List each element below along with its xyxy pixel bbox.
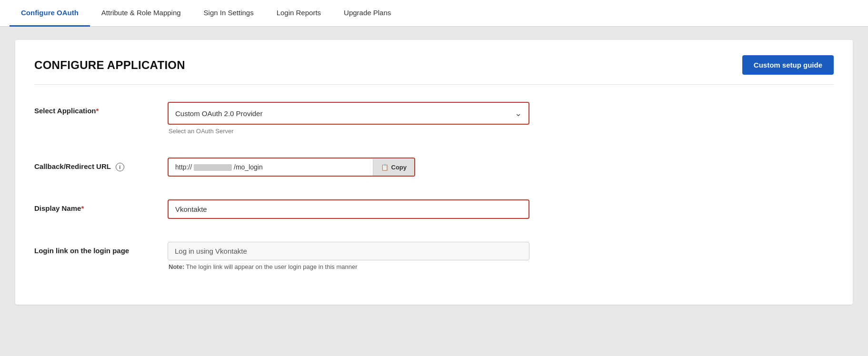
callback-url-input: http:///mo_login 📋 Copy	[168, 158, 415, 177]
tab-attribute-role-mapping[interactable]: Attribute & Role Mapping	[90, 0, 192, 27]
login-link-note: Note: The login link will appear on the …	[168, 263, 529, 270]
main-content: CONFIGURE APPLICATION Custom setup guide…	[0, 27, 868, 356]
select-application-row: Select Application* Custom OAuth 2.0 Pro…	[34, 98, 834, 138]
tab-sign-in-settings[interactable]: Sign In Settings	[192, 0, 265, 27]
tab-bar: Configure OAuth Attribute & Role Mapping…	[0, 0, 868, 27]
card-title: CONFIGURE APPLICATION	[34, 59, 185, 72]
tab-configure-oauth[interactable]: Configure OAuth	[10, 0, 90, 27]
display-name-label: Display Name*	[34, 199, 168, 212]
callback-url-row: Callback/Redirect URL i http:///mo_login…	[34, 154, 834, 180]
login-link-control: Note: The login link will appear on the …	[168, 242, 529, 270]
tab-login-reports[interactable]: Login Reports	[265, 0, 332, 27]
display-name-input[interactable]	[169, 200, 529, 218]
copy-icon: 📋	[381, 164, 389, 171]
display-name-control	[168, 199, 529, 219]
custom-setup-guide-button[interactable]: Custom setup guide	[742, 55, 834, 75]
login-link-input[interactable]	[168, 242, 529, 260]
login-link-row: Login link on the login page Note: The l…	[34, 238, 834, 274]
display-name-input-wrapper	[168, 199, 529, 219]
callback-url-text: http:///mo_login	[169, 158, 373, 176]
callback-url-control: http:///mo_login 📋 Copy	[168, 158, 529, 177]
login-link-label: Login link on the login page	[34, 242, 168, 255]
chevron-down-icon: ⌄	[515, 108, 522, 119]
select-application-control: Custom OAuth 2.0 Provider ⌄ Select an OA…	[168, 102, 529, 135]
select-application-dropdown[interactable]: Custom OAuth 2.0 Provider ⌄	[168, 102, 529, 125]
configure-application-card: CONFIGURE APPLICATION Custom setup guide…	[15, 40, 853, 305]
info-icon[interactable]: i	[116, 163, 124, 171]
login-link-input-wrapper	[168, 242, 529, 260]
select-application-label: Select Application*	[34, 102, 168, 115]
callback-url-label: Callback/Redirect URL i	[34, 158, 168, 171]
select-application-hint: Select an OAuth Server	[168, 128, 529, 135]
card-header: CONFIGURE APPLICATION Custom setup guide	[34, 55, 834, 85]
required-marker-2: *	[81, 204, 84, 212]
url-blurred-segment	[194, 164, 232, 171]
tab-upgrade-plans[interactable]: Upgrade Plans	[332, 0, 402, 27]
display-name-row: Display Name*	[34, 196, 834, 223]
copy-url-button[interactable]: 📋 Copy	[373, 159, 415, 176]
required-marker: *	[96, 107, 99, 115]
